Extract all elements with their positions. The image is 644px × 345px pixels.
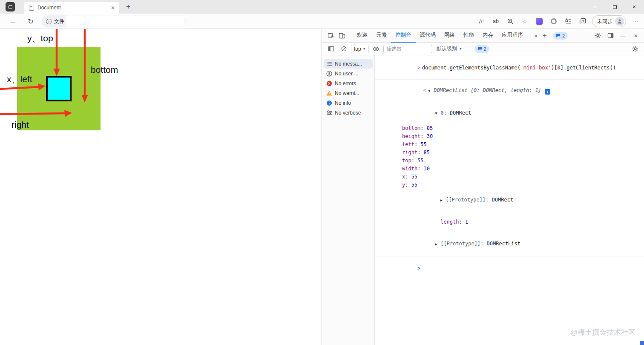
object-entry-row[interactable]: ▼0DOMRect	[375, 102, 644, 124]
navbar: ← ↻ i 文件 A⁾ ab ☆ 未同步	[0, 14, 644, 29]
console-filter-input[interactable]	[383, 45, 432, 53]
devtools-tab-memory[interactable]: 内存	[478, 29, 497, 43]
result-header-row[interactable]: <▼DOMRectList {0: DOMRect, length: 1}i	[375, 80, 644, 102]
issues-badge[interactable]: 2	[553, 32, 568, 40]
read-aloud-icon[interactable]: A⁾	[474, 15, 488, 27]
property-row: bottom85	[375, 124, 644, 132]
live-expression-eye-icon[interactable]	[371, 43, 382, 55]
command-prompt-icon: >	[416, 64, 422, 71]
dock-side-icon[interactable]	[605, 30, 616, 41]
avatar	[615, 17, 624, 26]
extension-a-icon[interactable]	[532, 15, 546, 27]
webpage-viewport: y、top bottom x、left right	[0, 29, 322, 345]
property-row: right85	[375, 148, 644, 156]
profile-button[interactable]: 未同步	[592, 15, 626, 27]
devtools-tabbar: 欢迎 元素 控制台 源代码 网络 性能 内存 应用程序 » + 2	[322, 29, 644, 43]
sidebar-item-warnings[interactable]: No warni...	[324, 88, 373, 98]
label-x-left: x、left	[7, 73, 32, 85]
devtools-tab-performance[interactable]: 性能	[459, 29, 478, 43]
console-sidebar-toggle-icon[interactable]	[325, 43, 336, 55]
favorites-bar-icon[interactable]	[561, 15, 575, 27]
property-row: x55	[375, 172, 644, 181]
expand-closed-icon[interactable]: ▶	[440, 197, 446, 204]
devtools-tab-console[interactable]: 控制台	[391, 29, 416, 43]
console-prompt-row[interactable]: >	[375, 257, 644, 279]
address-bar[interactable]: i 文件	[42, 15, 187, 27]
sidebar-item-user-messages[interactable]: No user ...	[324, 69, 373, 78]
zoom-icon[interactable]	[503, 15, 517, 27]
clear-console-icon[interactable]	[338, 43, 349, 55]
extension-b-icon[interactable]	[547, 15, 561, 27]
expand-open-icon[interactable]: ▼	[435, 110, 440, 117]
issues-badge[interactable]: 2	[474, 45, 489, 53]
console-prompt-icon: >	[416, 265, 422, 272]
sync-status-label: 未同步	[597, 18, 612, 25]
console-log[interactable]: >document.getElementsByClassName('mini-b…	[375, 55, 644, 345]
verbose-tune-icon	[326, 110, 332, 116]
execution-context-dropdown[interactable]: top ▼	[351, 45, 369, 53]
workspaces-glyph	[9, 5, 12, 9]
maximize-button[interactable]	[605, 0, 624, 14]
user-icon	[326, 71, 332, 77]
prototype-row[interactable]: ▶[[Prototype]]DOMRectList	[375, 233, 644, 255]
sidebar-item-all-messages[interactable]: No messa...	[324, 59, 373, 69]
devtools-menu-icon[interactable]: ⋯	[618, 30, 629, 41]
sidebar-item-verbose[interactable]: No verbose	[324, 108, 373, 118]
more-panels-icon[interactable]: »	[532, 32, 540, 39]
toolbar-separator	[468, 46, 468, 52]
property-row: width30	[375, 164, 644, 172]
back-button[interactable]: ←	[8, 16, 18, 26]
console-settings-gear-icon[interactable]	[630, 43, 641, 55]
collections-icon[interactable]	[576, 15, 589, 27]
prototype-row[interactable]: ▶[[Prototype]]DOMRect	[375, 189, 644, 211]
property-row: left55	[375, 140, 644, 148]
log-levels-dropdown[interactable]: 默认级别 ▼	[434, 45, 465, 53]
settings-gear-icon[interactable]	[592, 30, 603, 41]
issues-count: 2	[484, 46, 486, 52]
favorites-add-icon[interactable]: ☆	[518, 15, 532, 27]
devtools-close-icon[interactable]: ×	[630, 30, 641, 41]
console-body: No messa... No user ... No errors	[322, 55, 644, 345]
devtools-tab-application[interactable]: 应用程序	[497, 29, 527, 43]
list-icon	[326, 61, 332, 67]
extension-a-glyph	[536, 18, 543, 25]
tab-close-icon[interactable]: ×	[109, 4, 117, 12]
window-controls: ×	[585, 0, 644, 14]
sidebar-item-errors[interactable]: No errors	[324, 78, 373, 88]
text-tools-icon[interactable]: ab	[489, 15, 503, 27]
expand-closed-icon[interactable]: ▶	[435, 241, 440, 247]
devtools-tabs: 欢迎 元素 控制台 源代码 网络 性能 内存 应用程序	[353, 29, 527, 43]
property-row: height30	[375, 132, 644, 140]
add-panel-icon[interactable]: +	[540, 32, 549, 40]
inspect-element-icon[interactable]	[325, 30, 336, 41]
devtools-tab-welcome[interactable]: 欢迎	[353, 29, 372, 43]
devtools-tab-network[interactable]: 网络	[440, 29, 459, 43]
browser-tab[interactable]: Document ×	[24, 2, 119, 14]
minimize-button[interactable]	[585, 0, 605, 14]
issues-count: 2	[562, 33, 565, 38]
devtools-tab-elements[interactable]: 元素	[372, 29, 391, 43]
navbar-actions: A⁾ ab ☆ 未同步 ⋯	[474, 14, 642, 29]
command-string-arg: 'mini-box'	[520, 65, 551, 71]
device-toolbar-icon[interactable]	[336, 30, 348, 41]
new-tab-button[interactable]: +	[124, 3, 132, 11]
page-info-icon[interactable]: i	[46, 19, 52, 24]
workspaces-icon[interactable]	[6, 2, 15, 12]
titlebar: Document × + ×	[0, 0, 644, 14]
refresh-button[interactable]: ↻	[26, 16, 36, 26]
sidebar-item-info[interactable]: No info	[324, 98, 373, 108]
close-window-button[interactable]: ×	[624, 0, 644, 14]
speech-bubble-icon	[477, 46, 482, 51]
result-preview: DOMRectList {0: DOMRect, length: 1}	[434, 87, 541, 93]
corner-artifact	[640, 341, 644, 345]
expand-open-icon[interactable]: ▼	[428, 87, 434, 94]
length-row: length1	[375, 211, 644, 233]
watermark: @稀土掘金技术社区	[570, 328, 635, 337]
browser-window: Document × + × ← ↻ i 文件 A⁾ ab ☆	[0, 0, 644, 345]
mini-box	[46, 76, 72, 101]
command-text: )[0].getClientRects()	[551, 65, 616, 71]
console-info-badge-icon[interactable]: i	[545, 89, 550, 95]
chevron-down-icon: ▼	[363, 47, 366, 50]
devtools-tab-sources[interactable]: 源代码	[416, 29, 440, 43]
browser-menu-icon[interactable]: ⋯	[629, 15, 642, 27]
